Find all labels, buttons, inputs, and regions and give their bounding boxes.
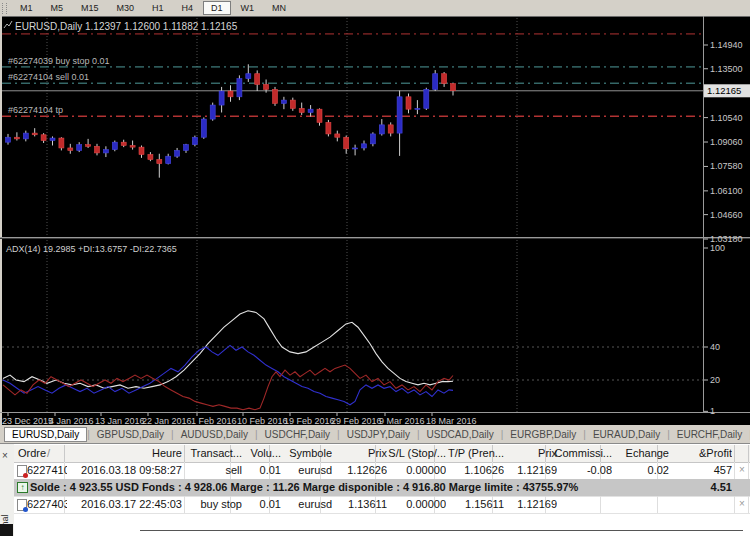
price-axis-label: 1.09060 [710,137,743,147]
symbol-tabbar: EURUSD,Daily|GBPUSD,Daily|AUDUSD,Daily|U… [0,426,750,442]
timeframe-button-m15[interactable]: M15 [73,1,107,15]
tab-eurgbp[interactable]: EURGBP,Daily [503,428,583,441]
indicator-axis-label: 1 [710,406,715,416]
table-cell: 2016.03.18 09:58:27 [66,464,182,476]
symbol-tabs: EURUSD,Daily|GBPUSD,Daily|AUDUSD,Daily|U… [0,427,750,442]
header-cell[interactable]: Heure [66,447,182,459]
timeframe-button-d1[interactable]: D1 [203,1,231,15]
header-cell[interactable]: &Profit [659,447,732,459]
price-axis-label: 1.06100 [710,186,743,196]
date-axis-label: 19 Feb 2016 [284,416,335,426]
column-separator [748,445,749,462]
price-axis-label: 1.13500 [710,64,743,74]
column-separator [657,496,658,513]
bottom-divider [140,530,743,531]
table-cell: 2016.03.17 22:45:03 [66,498,182,510]
tab-gbpusd[interactable]: GBPUSD,Daily [90,428,171,441]
buy-stop-order-icon [17,499,27,511]
tab-usdjpy[interactable]: USDJPY,Daily [340,428,417,441]
date-axis-label: 29 Feb 2016 [331,416,382,426]
bid-price-tag-label: 1.12165 [707,85,741,96]
column-separator [64,445,65,462]
timeframe-buttons: M1M5M15M30H1H4D1W1MN [11,1,295,15]
balance-row[interactable]: ↑Solde : 4 923.55 USD Fonds : 4 928.06 M… [14,479,750,497]
candle [424,88,429,110]
price-axis-label: 1.10540 [710,113,743,123]
timeframe-button-h4[interactable]: H4 [174,1,202,15]
table-cell: 457 [659,464,732,476]
timeframe-button-mn[interactable]: MN [264,1,294,15]
tab-eurusd[interactable]: EURUSD,Daily [4,427,87,442]
timeframe-toolbar: M1M5M15M30H1H4D1W1MN [0,0,750,16]
timeframe-button-m1[interactable]: M1 [12,1,41,15]
column-separator [184,462,185,479]
price-axis-label: 1.07580 [710,161,743,171]
column-separator [184,445,185,462]
timeframe-button-m30[interactable]: M30 [109,1,143,15]
header-cell[interactable]: Ordre [18,447,58,459]
orders-table: Ordre /HeureTransact...Volu...SymbolePri… [14,445,750,536]
candle [192,136,197,147]
tab-euraud[interactable]: EURAUD,Daily [586,428,667,441]
candle [112,141,117,152]
toolbar-grip-icon[interactable] [2,3,7,14]
table-header-row: Ordre /HeureTransact...Volu...SymbolePri… [14,445,750,463]
candle [273,87,278,106]
date-axis-label: 10 Feb 2016 [237,416,288,426]
table-cell: 62274039 [27,498,67,510]
sell-line-label: #62274104 sell 0.01 [8,72,89,82]
column-separator [734,496,735,513]
indicator-label: ADX(14) 19.2985 +DI:13.6757 -DI:22.7365 [6,244,177,254]
candle [210,103,215,121]
date-axis-label: 4 Jan 2016 [49,416,94,426]
sort-indicator-icon[interactable]: / [47,447,50,459]
date-axis-label: 18 Mar 2016 [426,416,477,426]
price-axis-label: 1.14940 [710,40,743,50]
indicator-axis-label: 100 [710,243,725,253]
balance-summary: Solde : 4 923.55 USD Fonds : 4 928.06 Ma… [30,481,650,493]
sell-tp-line-label: #62274104 tp [8,105,63,115]
terminal-close-icon[interactable]: × [2,452,8,460]
timeframe-button-w1[interactable]: W1 [233,1,263,15]
date-axis-label: 23 Dec 2015 [2,416,53,426]
date-axis-label: 22 Jan 2016 [142,416,192,426]
buystop-line-label: #62274039 buy stop 0.01 [8,56,110,66]
indicator-axis-label: 20 [710,375,720,385]
tab-audusd[interactable]: AUDUSD,Daily [174,428,255,441]
column-separator [734,445,735,462]
sell-order-icon [17,465,27,477]
floating-profit: 4.51 [659,481,732,493]
column-separator [600,496,601,513]
indicator-axis-label: 40 [710,342,720,352]
date-axis-label: 9 Mar 2016 [379,416,425,426]
close-order-icon[interactable]: × [736,498,748,509]
order-row[interactable]: 622741042016.03.18 09:58:27sell0.01eurus… [14,462,750,480]
candle [201,117,206,138]
table-cell: 62274104 [27,464,67,476]
timeframe-button-m5[interactable]: M5 [43,1,72,15]
terminal-gutter: × minal [0,444,14,536]
date-axis-label: 13 Jan 2016 [95,416,145,426]
column-separator [748,496,749,513]
corner-box [0,524,13,536]
column-separator [734,462,735,479]
column-separator [184,496,185,513]
timeframe-button-h1[interactable]: H1 [144,1,172,15]
price-axis-label: 1.04660 [710,210,743,220]
candle [326,120,331,137]
close-order-icon[interactable]: × [736,464,748,475]
chart-svg: #62274039 buy stop 0.01#62274104 sell 0.… [0,16,750,426]
table-cell: 1.12169 [494,498,557,510]
tab-usdchf[interactable]: USDCHF,Daily [258,428,338,441]
balance-icon: ↑ [17,482,28,493]
candle [237,75,242,100]
terminal-panel: × minal Ordre /HeureTransact...Volu...Sy… [0,443,750,536]
order-row[interactable]: 622740392016.03.17 22:45:03buy stop0.01e… [14,496,750,514]
date-axis-label: 1 Feb 2016 [191,416,237,426]
column-separator [748,462,749,479]
tab-usdcad[interactable]: USDCAD,Daily [420,428,501,441]
chart-title: EURUSD,Daily 1.12397 1.12600 1.11882 1.1… [15,21,238,32]
tab-eurchf[interactable]: EURCHF,Daily [670,428,750,441]
